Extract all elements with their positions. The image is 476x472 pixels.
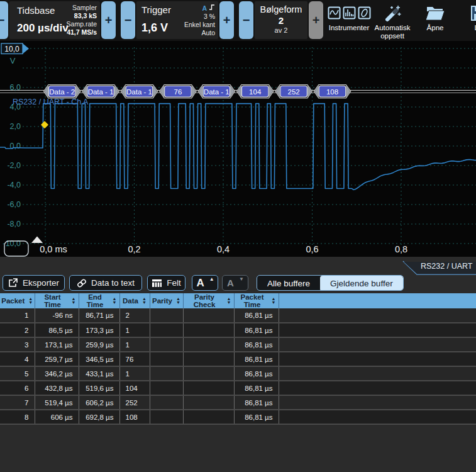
sort-icon[interactable]: ▲▼ — [113, 297, 117, 305]
instruments-icons — [326, 3, 372, 23]
table-cell: 1 — [119, 366, 150, 381]
table-cell: 259,7 µs — [35, 352, 79, 366]
scope-display[interactable]: 6,04,02,00,0-2,0-4,0-6,0-8,0-10,010,0V0,… — [0, 41, 476, 257]
table-cell: 606,2 µs — [79, 395, 119, 410]
save-file-button[interactable]: La — [463, 3, 476, 32]
column-header-end-time[interactable]: End Time▲▼ — [79, 293, 119, 308]
trigger-info: A 3 % Enkel kant Auto — [184, 4, 215, 37]
table-cell — [279, 366, 476, 381]
table-cell — [279, 410, 476, 424]
timebase-panel[interactable]: Tidsbase 200 µs/div Sampler 83,3 kS Samp… — [9, 1, 100, 39]
table-cell: 86,71 µs — [79, 308, 119, 323]
font-decrease-button[interactable]: A▼ — [222, 275, 248, 291]
samples-label: Sampler — [67, 4, 97, 12]
table-row[interactable]: 5346,2 µs433,1 µs186,81 µs — [0, 366, 476, 381]
trigger-panel[interactable]: Trigger 1,6 V A 3 % Enkel kant Auto — [136, 1, 218, 39]
table-cell: 8 — [0, 410, 35, 424]
table-cell — [279, 381, 476, 395]
table-cell: 173,1 µs — [35, 337, 79, 352]
all-buffers-option[interactable]: Alle buffere — [257, 276, 320, 291]
instruments-button[interactable]: Instrumenter — [326, 3, 372, 32]
table-cell: 108 — [119, 410, 150, 424]
trigger-title: Trigger — [141, 4, 171, 15]
sort-icon[interactable]: ▲▼ — [72, 297, 76, 305]
table-row[interactable]: 8606 µs692,8 µs10886,81 µs — [0, 410, 476, 424]
sort-icon[interactable]: ▲▼ — [272, 297, 276, 305]
column-header-parity[interactable]: Parity▲▼ — [150, 293, 183, 308]
buffer-filter-segmented: Alle buffere Gjeldende buffer — [257, 275, 404, 291]
sort-icon[interactable]: ▲▼ — [28, 297, 33, 305]
current-buffer-option[interactable]: Gjeldende buffer — [320, 276, 403, 291]
table-row[interactable]: 3173,1 µs259,9 µs186,81 µs — [0, 337, 476, 352]
axis-flag-label: 10,0 — [4, 45, 19, 53]
buffer-previous-button[interactable]: − — [239, 1, 253, 39]
column-header-label: Packet Time — [237, 293, 268, 308]
table-row[interactable]: 7519,4 µs606,2 µs25286,81 µs — [0, 395, 476, 410]
channel-label: RS232 / UART - Ch A — [13, 98, 89, 106]
sort-icon[interactable]: ▲▼ — [142, 297, 147, 305]
trigger-increase-button[interactable]: + — [219, 1, 234, 39]
decode-panel-strip: RS232 / UART Eksporter Data to text Felt… — [0, 257, 476, 293]
timebase-decrease-button[interactable]: − — [0, 1, 8, 39]
triangle-up-icon: ▲ — [209, 276, 214, 282]
table-row[interactable]: 4259,7 µs346,5 µs7686,81 µs — [0, 352, 476, 366]
sort-icon[interactable]: ▲▼ — [176, 297, 180, 305]
column-header-label: Data — [123, 297, 138, 305]
table-cell: 86,81 µs — [234, 381, 279, 395]
auto-setup-label-line1: Automatisk — [375, 24, 411, 31]
column-header-parity-check[interactable]: Parity Check▲▼ — [183, 293, 234, 308]
table-cell — [183, 410, 234, 424]
column-header-packet[interactable]: Packet▲▼ — [0, 293, 35, 308]
data-to-text-button[interactable]: Data to text — [69, 275, 142, 291]
x-axis-label: 0,2 — [128, 244, 140, 254]
table-cell: 4 — [0, 352, 35, 366]
table-cell: 86,81 µs — [234, 352, 279, 366]
table-cell: 2 — [0, 323, 35, 337]
table-cell — [183, 352, 234, 366]
buffer-next-button[interactable]: + — [309, 1, 323, 39]
samplerate-label: Samp.rate — [67, 20, 97, 28]
buffer-panel[interactable]: Bølgeform 2 av 2 — [255, 1, 307, 39]
link-icon — [77, 279, 87, 288]
decode-table: Packet▲▼Start Time▲▼End Time▲▼Data▲▼Pari… — [0, 293, 476, 425]
column-header-start-time[interactable]: Start Time▲▼ — [35, 293, 79, 308]
column-header-label: Start Time — [38, 293, 68, 308]
sort-icon[interactable]: ▲▼ — [227, 297, 231, 305]
table-cell: -96 ns — [35, 308, 79, 323]
trigger-marker-icon[interactable] — [41, 121, 48, 128]
trigger-control: − Trigger 1,6 V A 3 % Enkel kant Auto + — [121, 1, 234, 39]
table-columns-icon — [152, 279, 162, 288]
export-label: Eksporter — [23, 278, 59, 288]
timebase-value: 200 µs/div — [17, 22, 69, 35]
tab-rs232-uart[interactable]: RS232 / UART — [401, 259, 476, 276]
font-increase-button[interactable]: A▲ — [192, 275, 218, 291]
timebase-increase-button[interactable]: + — [101, 1, 116, 39]
save-floppy-icon — [463, 3, 476, 23]
table-cell — [279, 337, 476, 352]
triangle-down-icon: ▼ — [239, 276, 244, 282]
fields-button[interactable]: Felt — [147, 275, 185, 291]
table-cell: 86,81 µs — [234, 308, 279, 323]
open-file-button[interactable]: Åpne — [418, 3, 453, 32]
table-cell: 259,9 µs — [79, 337, 119, 352]
trigger-decrease-button[interactable]: − — [121, 1, 135, 39]
decode-packet-label: 76 — [174, 88, 182, 96]
table-cell — [150, 323, 183, 337]
table-row[interactable]: 6432,8 µs519,6 µs10486,81 µs — [0, 381, 476, 395]
auto-setup-button[interactable]: Automatiskoppsett — [372, 3, 412, 40]
font-decrease-label: A — [227, 278, 234, 288]
picoscope-app: − Tidsbase 200 µs/div Sampler 83,3 kS Sa… — [0, 0, 476, 472]
column-header-data[interactable]: Data▲▼ — [119, 293, 150, 308]
channel-a-waveform — [0, 104, 476, 190]
buffer-count: av 2 — [255, 26, 307, 34]
column-header-packet-time[interactable]: Packet Time▲▼ — [234, 293, 279, 308]
table-cell — [150, 308, 183, 323]
table-row[interactable]: 286,5 µs173,3 µs186,81 µs — [0, 323, 476, 337]
buffer-number: 2 — [255, 14, 307, 26]
table-row[interactable]: 1-96 ns86,71 µs286,81 µs — [0, 308, 476, 323]
export-button[interactable]: Eksporter — [3, 275, 65, 291]
table-cell — [279, 352, 476, 366]
open-folder-icon — [418, 3, 453, 23]
top-toolbar: − Tidsbase 200 µs/div Sampler 83,3 kS Sa… — [0, 0, 476, 41]
channel-offset-arrow-icon — [31, 237, 43, 244]
